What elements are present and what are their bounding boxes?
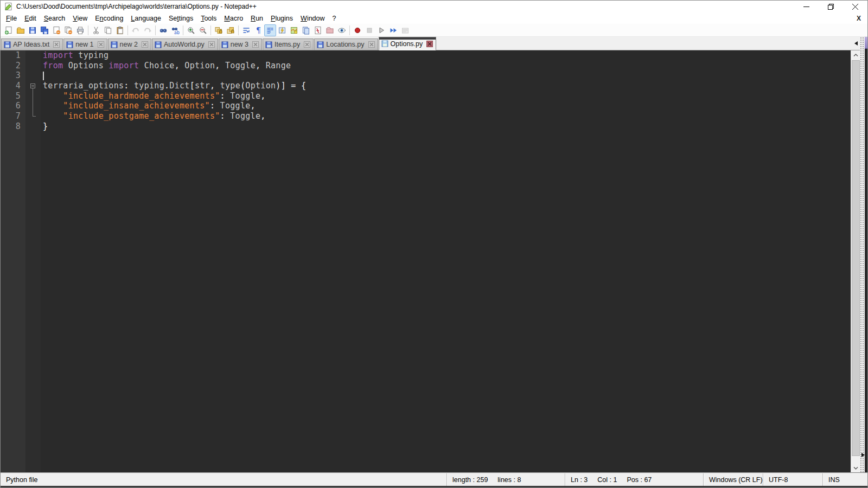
status-insert-mode[interactable]: INS xyxy=(828,476,840,484)
tab-autoworld-py[interactable]: AutoWorld.py xyxy=(152,38,218,50)
document-map-icon[interactable] xyxy=(288,24,300,36)
save-all-icon[interactable] xyxy=(39,24,50,36)
open-file-icon[interactable] xyxy=(15,24,27,36)
tab-options-py[interactable]: Options.py xyxy=(379,37,437,50)
fold-collapse-icon[interactable] xyxy=(30,84,35,88)
close-icon[interactable] xyxy=(50,24,62,36)
menu-language[interactable]: Language xyxy=(127,14,165,23)
menu-help[interactable]: ? xyxy=(329,14,340,23)
tab-new-3[interactable]: new 3 xyxy=(219,38,262,50)
tab-label: AP Ideas.txt xyxy=(13,41,49,48)
print-icon[interactable] xyxy=(74,24,86,36)
tab-scroll-right-icon[interactable] xyxy=(861,453,865,457)
replace-icon[interactable]: ab xyxy=(169,24,181,36)
line-number: 7 xyxy=(1,111,21,121)
menu-bar: FileEditSearchViewEncodingLanguageSettin… xyxy=(1,12,867,24)
fold-margin[interactable] xyxy=(25,50,41,472)
tab-new-2[interactable]: new 2 xyxy=(108,38,151,50)
tab-close-icon[interactable] xyxy=(304,41,310,48)
tab-new-1[interactable]: new 1 xyxy=(63,38,107,50)
code-area[interactable]: import typingfrom Options import Choice,… xyxy=(41,50,851,472)
toolbar-separator xyxy=(210,25,211,35)
menu-window[interactable]: Window xyxy=(297,14,328,23)
tab-close-icon[interactable] xyxy=(252,41,259,48)
toolbar-separator xyxy=(127,25,128,35)
close-all-icon[interactable] xyxy=(62,24,74,36)
macro-stop-icon xyxy=(363,24,375,36)
line-number: 2 xyxy=(1,61,21,71)
show-all-characters-icon[interactable]: ¶ xyxy=(252,24,264,36)
minimize-button[interactable] xyxy=(794,1,819,12)
tab-items-py[interactable]: Items.py xyxy=(263,38,314,50)
window-title: C:\Users\Dood\Documents\tmp\Archipelago\… xyxy=(16,3,257,10)
tab-close-icon[interactable] xyxy=(208,41,215,48)
code-line: from Options import Choice, Option, Togg… xyxy=(43,61,851,71)
close-button[interactable] xyxy=(843,1,867,12)
zoom-out-icon[interactable] xyxy=(197,24,209,36)
save-icon[interactable] xyxy=(27,24,39,36)
menu-macro[interactable]: Macro xyxy=(220,14,247,23)
line-number-gutter: 12345678 xyxy=(1,50,25,472)
tab-label: AutoWorld.py xyxy=(164,41,205,48)
function-completion-icon[interactable] xyxy=(276,24,288,36)
status-encoding[interactable]: UTF-8 xyxy=(769,476,788,484)
word-wrap-icon[interactable] xyxy=(240,24,252,36)
menu-plugins[interactable]: Plugins xyxy=(267,14,297,23)
code-line: terraria_options: typing.Dict[str, type(… xyxy=(43,81,851,91)
toolbar-separator xyxy=(183,25,183,35)
code-line: "include_insane_achievements": Toggle, xyxy=(43,101,851,111)
show-indent-guide-icon[interactable] xyxy=(264,24,276,36)
tab-close-icon[interactable] xyxy=(426,41,433,47)
restore-button[interactable] xyxy=(819,1,843,12)
toolbar: ab¶ xyxy=(1,24,867,37)
zoom-in-icon[interactable] xyxy=(185,24,197,36)
vertical-scrollbar[interactable] xyxy=(851,50,860,472)
menu-encoding[interactable]: Encoding xyxy=(91,14,127,23)
menu-settings[interactable]: Settings xyxy=(165,14,197,23)
menu-run[interactable]: Run xyxy=(247,14,267,23)
tab-close-icon[interactable] xyxy=(142,41,148,48)
scroll-up-icon[interactable] xyxy=(851,50,860,60)
macro-record-icon[interactable] xyxy=(352,24,363,36)
macro-run-multiple-icon[interactable] xyxy=(387,24,399,36)
macro-play-icon[interactable] xyxy=(375,24,387,36)
tab-close-icon[interactable] xyxy=(98,41,104,48)
paste-icon[interactable] xyxy=(114,24,126,36)
menu-edit[interactable]: Edit xyxy=(21,14,40,23)
svg-text:ab: ab xyxy=(174,30,180,35)
menu-search[interactable]: Search xyxy=(40,14,69,23)
status-bar: Python file length : 259 lines : 8 Ln : … xyxy=(1,472,867,486)
tab-close-icon[interactable] xyxy=(53,41,60,48)
menu-tools[interactable]: Tools xyxy=(197,14,220,23)
view-splitter[interactable] xyxy=(860,37,865,472)
saved-file-icon xyxy=(221,41,228,48)
scrollbar-thumb[interactable] xyxy=(852,60,860,456)
saved-file-icon xyxy=(317,41,324,48)
document-close-icon[interactable]: X xyxy=(856,15,867,22)
menu-view[interactable]: View xyxy=(69,14,91,23)
sync-vertical-scroll-icon[interactable] xyxy=(213,24,225,36)
code-editor[interactable]: 12345678 import typingfrom Options impor… xyxy=(1,50,851,472)
line-number: 4 xyxy=(1,81,21,91)
tab-locations-py[interactable]: Locations.py xyxy=(314,38,378,50)
scroll-down-icon[interactable] xyxy=(851,463,860,472)
monitoring-icon[interactable] xyxy=(336,24,348,36)
tab-scroll-left-icon[interactable] xyxy=(854,41,858,46)
tab-ap-ideas-txt[interactable]: AP Ideas.txt xyxy=(1,38,63,50)
copy-icon[interactable] xyxy=(102,24,114,36)
menu-file[interactable]: File xyxy=(2,14,21,23)
saved-file-icon xyxy=(381,40,388,47)
find-icon[interactable] xyxy=(157,24,169,36)
folder-as-workspace-icon[interactable] xyxy=(324,24,336,36)
new-file-icon[interactable] xyxy=(3,24,15,36)
sync-horizontal-scroll-icon[interactable] xyxy=(225,24,237,36)
status-eol-format[interactable]: Windows (CR LF) xyxy=(709,476,763,484)
line-number: 3 xyxy=(1,70,21,81)
status-line: Ln : 3 xyxy=(571,476,588,484)
cut-icon[interactable] xyxy=(90,24,102,36)
tab-close-icon[interactable] xyxy=(368,41,375,48)
undo-icon xyxy=(130,24,142,36)
document-list-icon[interactable] xyxy=(300,24,312,36)
function-list-icon[interactable] xyxy=(312,24,324,36)
tab-label: Locations.py xyxy=(326,41,364,48)
